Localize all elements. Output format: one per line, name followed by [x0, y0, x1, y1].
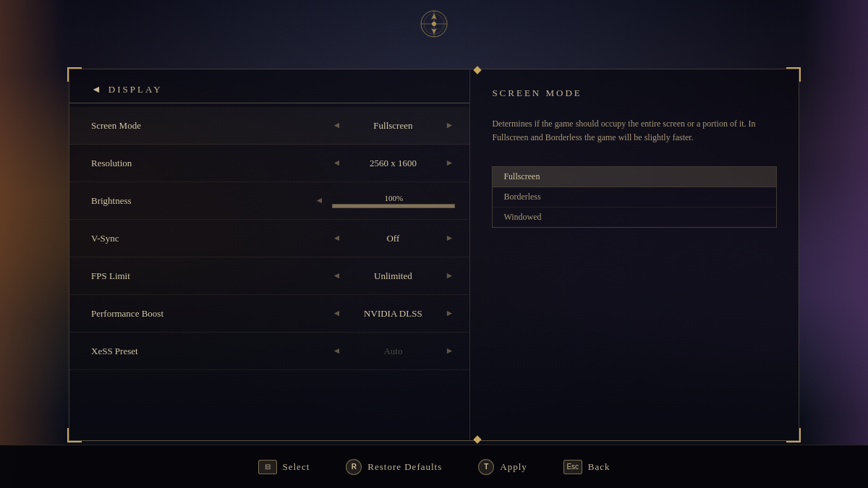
option-item-2[interactable]: Windowed [493, 207, 776, 227]
setting-control-1: ◄2560 x 1600► [331, 158, 455, 169]
setting-label-4: FPS Limit [84, 270, 331, 282]
arrow-right-6[interactable]: ► [443, 346, 455, 356]
svg-point-4 [432, 22, 436, 26]
key-icon-0: ⊟ [258, 460, 277, 474]
corner-ornament-tr [786, 67, 801, 82]
section-title: DISPLAY [109, 84, 163, 95]
settings-panel: ◄ DISPLAY Screen Mode◄Fullscreen►Resolut… [69, 69, 799, 441]
arrow-left-0[interactable]: ◄ [331, 120, 342, 131]
bottom-bar: ⊟SelectRRestore DefaultsTApplyEscBack [0, 445, 868, 488]
setting-control-0: ◄Fullscreen► [331, 120, 455, 132]
info-title: SCREEN MODE [492, 87, 777, 99]
arrow-left-3[interactable]: ◄ [331, 233, 342, 244]
corner-ornament-tl [67, 67, 82, 82]
setting-value-4: Unlimited [349, 270, 436, 282]
setting-label-6: XeSS Preset [84, 346, 331, 357]
setting-label-1: Resolution [84, 158, 331, 169]
brightness-percent: 100% [385, 194, 404, 202]
setting-value-0: Fullscreen [349, 120, 436, 132]
info-description: Determines if the game should occupy the… [492, 117, 777, 145]
bottom-action-2[interactable]: TApply [478, 459, 527, 475]
setting-row-2[interactable]: Brightness◄100% [69, 182, 469, 220]
arrow-right-0[interactable]: ► [443, 120, 455, 131]
setting-control-6: ◄Auto► [331, 346, 455, 357]
option-item-1[interactable]: Borderless [493, 187, 776, 207]
setting-label-2: Brightness [84, 195, 313, 207]
right-panel: SCREEN MODE Determines if the game shoul… [470, 69, 799, 440]
setting-label-3: V-Sync [84, 233, 331, 244]
logo-emblem [416, 6, 452, 42]
settings-list: Screen Mode◄Fullscreen►Resolution◄2560 x… [69, 107, 469, 426]
action-label-3: Back [588, 461, 610, 473]
key-icon-2: T [478, 459, 494, 475]
arrow-left-1[interactable]: ◄ [331, 158, 342, 168]
slider-track[interactable] [332, 204, 455, 208]
setting-value-3: Off [349, 233, 436, 244]
setting-value-5: NVIDIA DLSS [349, 308, 436, 320]
art-right [803, 0, 868, 488]
setting-value-1: 2560 x 1600 [349, 158, 436, 169]
arrow-left-6[interactable]: ◄ [331, 346, 342, 356]
action-label-2: Apply [500, 461, 527, 473]
setting-row-6[interactable]: XeSS Preset◄Auto► [69, 333, 469, 370]
setting-row-3[interactable]: V-Sync◄Off► [69, 220, 469, 257]
section-arrow: ◄ [91, 84, 101, 95]
bottom-action-3[interactable]: EscBack [563, 460, 610, 474]
setting-label-5: Performance Boost [84, 308, 331, 320]
setting-row-1[interactable]: Resolution◄2560 x 1600► [69, 145, 469, 182]
setting-control-2: ◄100% [313, 194, 455, 208]
arrow-left-2[interactable]: ◄ [313, 195, 325, 206]
top-logo [416, 6, 452, 42]
key-icon-3: Esc [563, 460, 582, 474]
setting-label-0: Screen Mode [84, 120, 331, 132]
left-panel: ◄ DISPLAY Screen Mode◄Fullscreen►Resolut… [69, 69, 470, 440]
art-left [0, 0, 65, 488]
arrow-right-5[interactable]: ► [443, 308, 455, 319]
setting-control-4: ◄Unlimited► [331, 270, 455, 282]
arrow-left-4[interactable]: ◄ [331, 270, 342, 281]
bottom-action-0[interactable]: ⊟Select [258, 460, 310, 474]
h-separator [69, 440, 799, 441]
bottom-action-1[interactable]: RRestore Defaults [346, 459, 442, 475]
slider-fill [333, 205, 454, 207]
setting-control-5: ◄NVIDIA DLSS► [331, 308, 455, 320]
action-label-1: Restore Defaults [367, 461, 442, 473]
setting-row-0[interactable]: Screen Mode◄Fullscreen► [69, 107, 469, 145]
brightness-control: 100% [332, 194, 455, 208]
arrow-right-3[interactable]: ► [443, 233, 455, 244]
options-list[interactable]: FullscreenBorderlessWindowed [492, 166, 777, 228]
action-label-0: Select [283, 461, 310, 473]
arrow-right-4[interactable]: ► [443, 270, 455, 281]
arrow-left-5[interactable]: ◄ [331, 308, 342, 319]
arrow-right-1[interactable]: ► [443, 158, 455, 168]
section-header: ◄ DISPLAY [69, 84, 469, 103]
option-item-0[interactable]: Fullscreen [493, 167, 776, 187]
key-icon-1: R [346, 459, 362, 475]
setting-row-4[interactable]: FPS Limit◄Unlimited► [69, 257, 469, 295]
setting-row-5[interactable]: Performance Boost◄NVIDIA DLSS► [69, 295, 469, 333]
setting-value-6: Auto [349, 346, 436, 357]
setting-control-3: ◄Off► [331, 233, 455, 244]
